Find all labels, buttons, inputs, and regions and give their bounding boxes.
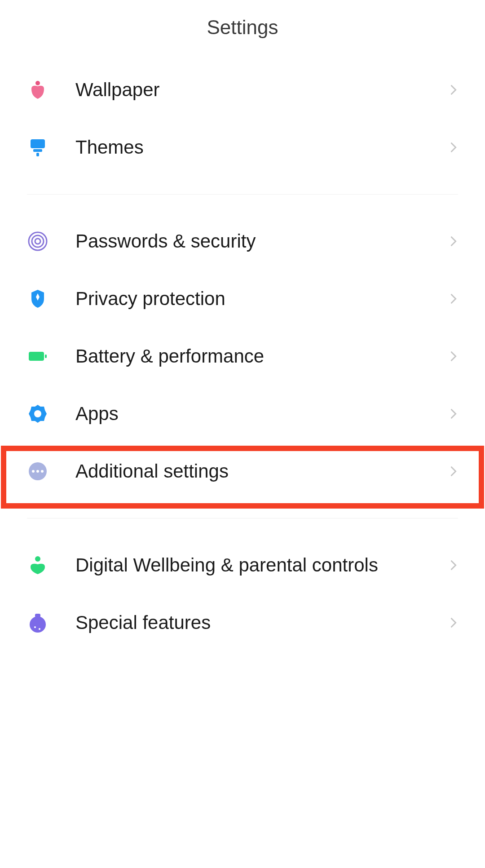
- item-label: Passwords & security: [75, 230, 447, 253]
- chevron-right-icon: [447, 235, 460, 248]
- wallpaper-icon: [25, 77, 50, 102]
- svg-point-16: [30, 616, 46, 633]
- shield-icon: [25, 286, 50, 311]
- svg-point-9: [34, 410, 41, 417]
- settings-item-additional[interactable]: Additional settings: [0, 443, 485, 500]
- settings-item-special[interactable]: Special features: [0, 594, 485, 651]
- item-label: Special features: [75, 611, 447, 635]
- header: Settings: [0, 0, 485, 61]
- svg-point-12: [36, 470, 39, 473]
- svg-rect-7: [29, 352, 44, 361]
- svg-point-6: [35, 239, 40, 244]
- chevron-right-icon: [447, 407, 460, 420]
- svg-point-14: [35, 556, 40, 562]
- chevron-right-icon: [447, 292, 460, 305]
- divider: [27, 518, 458, 518]
- gear-icon: [25, 401, 50, 426]
- item-label: Apps: [75, 402, 447, 426]
- chevron-right-icon: [447, 350, 460, 363]
- item-label: Themes: [75, 136, 447, 159]
- chevron-right-icon: [447, 141, 460, 154]
- settings-item-wallpaper[interactable]: Wallpaper: [0, 61, 485, 119]
- spacer: [0, 651, 485, 696]
- svg-rect-8: [45, 354, 47, 358]
- divider: [27, 194, 458, 195]
- chevron-right-icon: [447, 616, 460, 629]
- svg-point-5: [32, 235, 44, 247]
- battery-icon: [25, 344, 50, 369]
- chevron-right-icon: [447, 559, 460, 571]
- themes-icon: [25, 135, 50, 160]
- more-icon: [25, 459, 50, 484]
- settings-item-wellbeing[interactable]: Digital Wellbeing & parental controls: [0, 536, 485, 594]
- settings-item-themes[interactable]: Themes: [0, 119, 485, 176]
- svg-point-13: [41, 470, 44, 473]
- svg-rect-2: [33, 149, 42, 152]
- fingerprint-icon: [25, 229, 50, 254]
- svg-point-17: [34, 626, 36, 628]
- settings-item-privacy[interactable]: Privacy protection: [0, 270, 485, 328]
- item-label: Battery & performance: [75, 345, 447, 368]
- settings-item-security[interactable]: Passwords & security: [0, 213, 485, 270]
- chevron-right-icon: [447, 465, 460, 478]
- item-label: Additional settings: [75, 460, 447, 483]
- svg-rect-3: [36, 153, 39, 156]
- svg-point-18: [39, 628, 40, 630]
- chevron-right-icon: [447, 84, 460, 96]
- page-title: Settings: [207, 16, 278, 38]
- wellbeing-icon: [25, 553, 50, 578]
- svg-point-0: [35, 81, 40, 85]
- svg-rect-1: [31, 139, 45, 148]
- flask-icon: [25, 610, 50, 635]
- item-label: Wallpaper: [75, 78, 447, 102]
- item-label: Privacy protection: [75, 287, 447, 311]
- svg-point-11: [32, 470, 35, 473]
- settings-item-battery[interactable]: Battery & performance: [0, 328, 485, 385]
- settings-item-apps[interactable]: Apps: [0, 385, 485, 443]
- item-label: Digital Wellbeing & parental controls: [75, 554, 447, 577]
